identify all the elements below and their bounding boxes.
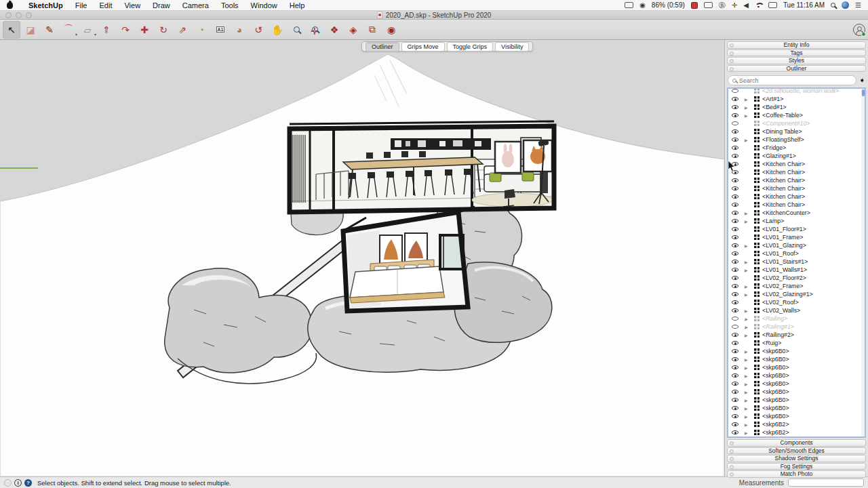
outliner-row[interactable]: ▶<KitchenCounter> xyxy=(728,209,865,217)
line-tool[interactable]: ✎ xyxy=(41,21,58,39)
visibility-toggle[interactable] xyxy=(728,219,745,223)
outliner-row[interactable]: ▶<Railing> xyxy=(728,314,865,323)
outliner-row[interactable]: <LV01_Floor#1> xyxy=(728,225,865,233)
app-b-icon[interactable]: Ⓑ xyxy=(719,2,726,9)
expand-arrow[interactable]: ▶ xyxy=(745,406,754,411)
send-to-layout-tool[interactable]: ⧉ xyxy=(363,21,381,39)
move-crosshair-icon[interactable]: ✛ xyxy=(732,2,737,9)
visibility-toggle[interactable] xyxy=(728,195,745,199)
outliner-search-box[interactable] xyxy=(728,75,856,85)
outliner-row[interactable]: ▶<LV01_Stairs#1> xyxy=(728,258,865,266)
visibility-toggle[interactable] xyxy=(728,308,745,312)
tray-header-fog-settings[interactable]: Fog Settings xyxy=(727,463,866,470)
model-info-icon[interactable]: i xyxy=(14,479,22,487)
outliner-row[interactable]: ▶<LV02_Frame> xyxy=(728,282,865,290)
visibility-toggle[interactable] xyxy=(728,300,745,304)
expand-arrow[interactable]: ▶ xyxy=(745,414,754,419)
menu-camera[interactable]: Camera xyxy=(176,1,215,9)
tray-header-styles[interactable]: Styles xyxy=(727,57,866,64)
outliner-row[interactable]: <Component#10> xyxy=(728,119,865,127)
scrollbar-thumb[interactable] xyxy=(862,89,865,96)
visibility-toggle[interactable] xyxy=(728,113,745,117)
outliner-search-input[interactable] xyxy=(739,77,852,84)
outliner-filter-icon[interactable]: ➧ xyxy=(859,77,865,84)
airplay-display-icon[interactable] xyxy=(704,2,713,8)
visibility-toggle[interactable] xyxy=(728,251,745,256)
outliner-row[interactable]: ▶<skp6B2> xyxy=(728,428,865,436)
outliner-row[interactable]: <LV02_Roof> xyxy=(728,298,865,306)
expand-arrow[interactable]: ▶ xyxy=(745,357,754,362)
visibility-toggle[interactable] xyxy=(728,317,745,321)
apple-menu-icon[interactable] xyxy=(7,2,13,9)
select-tool[interactable]: ↖ xyxy=(3,21,20,39)
plugin-box-tool[interactable]: ❖ xyxy=(326,21,343,39)
expand-arrow[interactable]: ▶ xyxy=(745,211,754,216)
outliner-row[interactable]: ▶<skp6B0> xyxy=(728,404,865,412)
visibility-toggle[interactable] xyxy=(728,382,745,386)
outliner-row[interactable]: <Glazing#1> xyxy=(728,152,865,160)
expand-arrow[interactable]: ▶ xyxy=(745,390,754,394)
outliner-row[interactable]: <LV01_Frame> xyxy=(728,233,865,241)
visibility-toggle[interactable] xyxy=(728,276,745,280)
outliner-row[interactable]: <Kitchen Chair> xyxy=(728,201,865,209)
visibility-toggle[interactable] xyxy=(728,373,745,378)
outliner-row[interactable]: ▶<Railing#1> xyxy=(728,323,865,331)
push-pull-tool[interactable]: ⇑ xyxy=(98,21,115,39)
visibility-toggle[interactable] xyxy=(728,284,745,288)
measurements-input[interactable] xyxy=(788,479,864,487)
follow-me-tool[interactable]: ↷ xyxy=(117,21,134,39)
expand-arrow[interactable]: ▶ xyxy=(745,373,754,378)
outliner-row[interactable]: ▶<Coffee-Table> xyxy=(728,111,865,119)
expand-arrow[interactable]: ▶ xyxy=(745,308,754,313)
outliner-row[interactable]: <Kitchen Chair> xyxy=(728,184,865,192)
outliner-row[interactable]: ▶<skp6B0> xyxy=(728,412,865,420)
outliner-row[interactable]: ▶<Railing#2> xyxy=(728,331,865,339)
visibility-toggle[interactable] xyxy=(728,227,745,231)
visibility-toggle[interactable] xyxy=(728,341,745,345)
rectangle-tool[interactable]: ▱▾ xyxy=(79,21,96,39)
paint-bucket-tool[interactable]: ◕ xyxy=(231,21,248,39)
rotate-tool[interactable]: ↻ xyxy=(155,21,172,39)
tray-header-match-photo[interactable]: Match Photo xyxy=(727,470,866,478)
visibility-toggle[interactable] xyxy=(728,268,745,272)
help-icon[interactable]: ? xyxy=(24,479,32,487)
visibility-toggle[interactable] xyxy=(728,390,745,394)
outliner-row[interactable]: <2d silhouette, woman walk> xyxy=(728,87,865,95)
siri-icon[interactable] xyxy=(842,1,849,9)
tray-header-entity-info[interactable]: Entity Info xyxy=(727,41,866,49)
tray-header-components[interactable]: Components xyxy=(727,439,866,447)
tray-header-tags[interactable]: Tags xyxy=(727,49,866,57)
outliner-row[interactable]: ▶<Lamp> xyxy=(728,217,865,225)
menu-edit[interactable]: Edit xyxy=(93,1,118,9)
visibility-toggle[interactable] xyxy=(728,325,745,329)
expand-arrow[interactable]: ▶ xyxy=(745,349,754,354)
visibility-toggle[interactable] xyxy=(728,260,745,264)
menu-help[interactable]: Help xyxy=(283,1,311,9)
visibility-toggle[interactable] xyxy=(728,333,745,337)
outliner-row[interactable]: ▶<skp6B0> xyxy=(728,371,865,380)
visibility-toggle[interactable] xyxy=(728,243,745,247)
arc-tool[interactable]: ⌒▾ xyxy=(60,21,77,39)
expand-arrow[interactable]: ▶ xyxy=(745,284,754,289)
visibility-toggle[interactable] xyxy=(728,406,745,410)
expand-arrow[interactable]: ▶ xyxy=(745,97,754,102)
visibility-toggle[interactable] xyxy=(728,154,745,158)
expand-arrow[interactable]: ▶ xyxy=(745,113,754,118)
visibility-toggle[interactable] xyxy=(728,138,745,142)
zoom-extents-tool[interactable]: ✛ xyxy=(307,21,324,39)
outliner-row[interactable]: ▶<skp6B0> xyxy=(728,380,865,388)
outliner-row[interactable]: ▶<Bed#1> xyxy=(728,103,865,111)
outliner-row[interactable]: <Dining Table> xyxy=(728,127,865,136)
expand-arrow[interactable]: ▶ xyxy=(745,325,754,329)
wifi-icon[interactable] xyxy=(755,3,762,8)
visibility-toggle[interactable] xyxy=(728,203,745,207)
keyboard-input-icon[interactable] xyxy=(768,2,777,8)
outliner-row[interactable]: ▶<LV02_Glazing#1> xyxy=(728,290,865,298)
text-tool[interactable]: A1 xyxy=(212,21,229,39)
menu-window[interactable]: Window xyxy=(245,1,283,9)
ext-button-visibility[interactable]: Visibility xyxy=(495,42,529,52)
viewport-canvas[interactable] xyxy=(0,40,724,476)
expand-arrow[interactable]: ▶ xyxy=(745,365,754,370)
spotlight-search-icon[interactable] xyxy=(831,3,835,7)
volume-icon[interactable]: ◀ xyxy=(743,2,749,9)
